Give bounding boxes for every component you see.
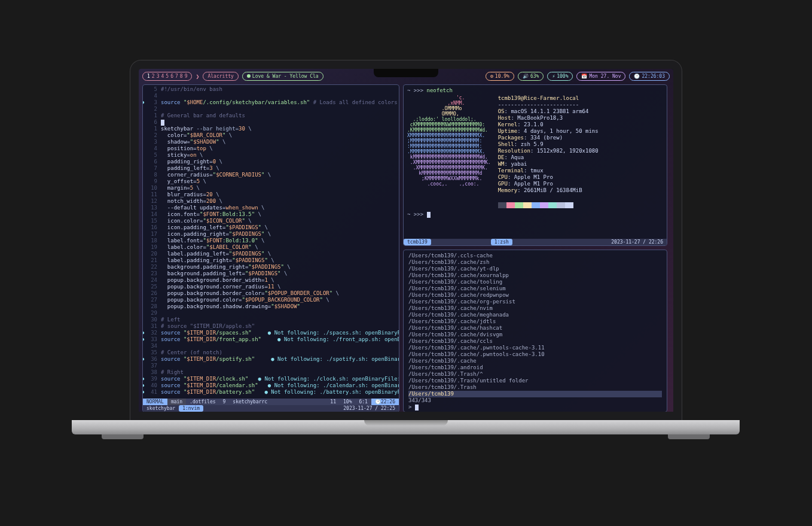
file-entry[interactable]: /Users/tcmb139/.android	[408, 364, 662, 371]
code-line[interactable]: shadow="$SHADOW" \	[161, 139, 399, 145]
code-line[interactable]: margin=5 \	[161, 185, 399, 191]
code-line[interactable]: #!/usr/bin/env bash	[161, 86, 399, 93]
space-6[interactable]: 6	[170, 73, 173, 80]
file-prompt[interactable]: >	[408, 404, 662, 411]
info-row: Packages: 334 (brew)	[498, 135, 599, 141]
code-area[interactable]: #!/usr/bin/env bashsource "$HOME/.config…	[161, 85, 399, 399]
battery-pill[interactable]: ⚡ 100%	[547, 72, 573, 81]
space-8[interactable]: 8	[180, 73, 183, 80]
file-entry[interactable]: /Users/tcmb139/.ccls-cache	[408, 253, 662, 259]
notch	[374, 69, 438, 77]
code-line[interactable]: icon.color="$ICON_COLOR" \	[161, 218, 399, 224]
file-entry[interactable]: /Users/tcmb139/.cache/yt-dlp	[408, 266, 662, 272]
code-line[interactable]: notch_width=200 \	[161, 198, 399, 205]
file-list[interactable]: /Users/tcmb139/.ccls-cache/Users/tcmb139…	[404, 250, 667, 412]
file-entry[interactable]: /Users/tcmb139	[408, 391, 662, 397]
code-line[interactable]: source "$ITEM_DIR/spotify.sh" ● Not foll…	[161, 356, 399, 363]
space-5[interactable]: 5	[166, 73, 169, 80]
date-pill[interactable]: 📅 Mon 27. Nov	[576, 72, 625, 81]
code-line[interactable]	[161, 343, 399, 349]
code-line[interactable]: position=top \	[161, 145, 399, 152]
code-line[interactable]: source "$ITEM_DIR/battery.sh" ● Not foll…	[161, 389, 399, 396]
volume-pill[interactable]: 🔊 63%	[518, 72, 544, 81]
code-line[interactable]: label.color="$LABEL_COLOR" \	[161, 244, 399, 251]
code-line[interactable]: popup.background.border_color="$POPUP_BO…	[161, 290, 399, 297]
code-line[interactable]: --default updates=when_shown \	[161, 205, 399, 211]
space-4[interactable]: 4	[161, 73, 164, 80]
file-entry[interactable]: /Users/tcmb139/.cache/tooling	[408, 279, 662, 285]
tmux-window-right[interactable]: 1:zsh	[491, 239, 512, 245]
code-line[interactable]: y_offset=5 \	[161, 178, 399, 185]
code-line[interactable]: popup.background.corner_radius=11 \	[161, 284, 399, 290]
code-line[interactable]: label.font="$FONT:Bold:13.0" \	[161, 238, 399, 244]
code-line[interactable]: # source "$ITEM_DIR/apple.sh"	[161, 323, 399, 330]
spaces-indicator[interactable]: 1 2 3 4 5 6 7 8 9	[142, 72, 192, 81]
code-line[interactable]: corner_radius="$CORNER_RADIUS" \	[161, 172, 399, 178]
space-3[interactable]: 3	[157, 73, 160, 80]
code-line[interactable]: color="$BAR_COLOR" \	[161, 132, 399, 139]
code-line[interactable]: # Left	[161, 317, 399, 323]
front-app-pill[interactable]: Alacritty	[203, 72, 238, 81]
code-line[interactable]: source "$ITEM_DIR/front_app.sh" ● Not fo…	[161, 336, 399, 343]
file-entry[interactable]: /Users/tcmb139/.cache/org-persist	[408, 299, 662, 305]
code-line[interactable]: background.padding_right="$PADDINGS" \	[161, 264, 399, 270]
code-line[interactable]	[161, 106, 399, 113]
code-line[interactable]: popup.background.color="$POPUP_BACKGROUN…	[161, 297, 399, 303]
code-line[interactable]: icon.padding_right="$PADDINGS" \	[161, 231, 399, 238]
code-line[interactable]: # General bar and defaults	[161, 113, 399, 119]
file-entry[interactable]: /Users/tcmb139/.Trash/untitled folder	[408, 378, 662, 384]
file-entry[interactable]: /Users/tcmb139/.cache/selenium	[408, 285, 662, 292]
vim-mode: NORMAL	[143, 399, 167, 405]
code-line[interactable]: padding_right=0 \	[161, 159, 399, 165]
tmux-session-right[interactable]: tcmb139	[404, 239, 431, 245]
code-line[interactable]: # Right	[161, 369, 399, 376]
space-9[interactable]: 9	[185, 73, 188, 80]
code-line[interactable]: sketchybar --bar height=30 \	[161, 126, 399, 132]
tmux-window[interactable]: 1:nvim	[179, 405, 203, 412]
code-line[interactable]: popup.background.shadow.drawing="$SHADOW…	[161, 303, 399, 310]
file-entry[interactable]: /Users/tcmb139/.cache/hashcat	[408, 325, 662, 332]
cpu-pill[interactable]: ⚙ 10.9%	[486, 72, 514, 81]
file-entry[interactable]: /Users/tcmb139/.cache/redpwnpow	[408, 292, 662, 299]
code-line[interactable]: label.padding_left="$PADDINGS" \	[161, 251, 399, 257]
file-entry[interactable]: /Users/tcmb139/.cache/.pwntools-cache-3.…	[408, 345, 662, 351]
space-1[interactable]: 1	[147, 73, 150, 80]
file-entry[interactable]: /Users/tcmb139/.cache/zsh	[408, 259, 662, 266]
clock-pill[interactable]: 🕐 22:26:03	[629, 72, 670, 81]
music-pill[interactable]: Love & War - Yellow Cla	[242, 72, 323, 81]
code-line[interactable]: source "$ITEM_DIR/calendar.sh" ● Not fol…	[161, 382, 399, 389]
file-list-pane[interactable]: /Users/tcmb139/.ccls-cache/Users/tcmb139…	[403, 250, 667, 412]
file-entry[interactable]: /Users/tcmb139/.cache/nvim	[408, 305, 662, 312]
file-entry[interactable]: /Users/tcmb139/.cache/.pwntools-cache-3.…	[408, 351, 662, 358]
code-line[interactable]: source "$ITEM_DIR/spaces.sh" ● Not follo…	[161, 330, 399, 336]
code-line[interactable]: icon.padding_left="$PADDINGS" \	[161, 224, 399, 231]
file-entry[interactable]: /Users/tcmb139/.Trash/^	[408, 371, 662, 378]
code-line[interactable]: popup.background.border_width=1 \	[161, 277, 399, 284]
file-entry[interactable]: /Users/tcmb139/.cache/dvisvgm	[408, 332, 662, 338]
space-7[interactable]: 7	[175, 73, 178, 80]
code-line[interactable]: blur_radius=20 \	[161, 191, 399, 198]
code-line[interactable]	[161, 363, 399, 369]
space-2[interactable]: 2	[152, 73, 155, 80]
code-line[interactable]	[161, 119, 399, 126]
code-line[interactable]: background.padding_left="$PADDINGS" \	[161, 270, 399, 277]
code-line[interactable]: source "$ITEM_DIR/clock.sh" ● Not follow…	[161, 376, 399, 382]
code-line[interactable]: label.padding_right="$PADDINGS" \	[161, 257, 399, 264]
neofetch-pane[interactable]: ~ >>> neofetch 'c. ,xNMM. .OMMMMo OMMMO,…	[403, 84, 667, 246]
file-entry[interactable]: /Users/tcmb139/.cache/meghanada	[408, 312, 662, 318]
file-entry[interactable]: /Users/tcmb139/.cache/jdtls	[408, 318, 662, 325]
file-entry[interactable]: /Users/tcmb139/.cache/ccls	[408, 338, 662, 345]
laptop-foot	[668, 434, 710, 439]
code-line[interactable]	[161, 310, 399, 317]
code-line[interactable]: # Center (of notch)	[161, 349, 399, 356]
file-entry[interactable]: /Users/tcmb139/.cache	[408, 358, 662, 364]
code-line[interactable]: padding_left=3 \	[161, 165, 399, 172]
code-line[interactable]: source "$HOME/.config/sketchybar/variabl…	[161, 99, 399, 106]
editor-pane[interactable]: 5432161234567891011121314151617181920212…	[142, 84, 399, 412]
code-line[interactable]: icon.font="$FONT:Bold:13.5" \	[161, 211, 399, 218]
shell-prompt-2[interactable]: ~ >>>	[407, 211, 663, 218]
file-entry[interactable]: /Users/tcmb139/.cache/xournalpp	[408, 272, 662, 279]
file-entry[interactable]: /Users/tcmb139/.Trash	[408, 384, 662, 391]
code-line[interactable]: sticky=on \	[161, 152, 399, 159]
code-line[interactable]	[161, 93, 399, 99]
